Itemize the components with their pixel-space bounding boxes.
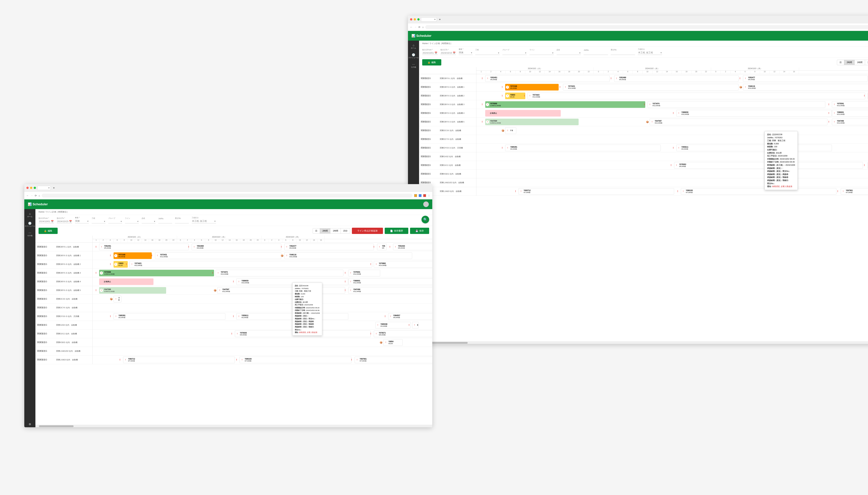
zoom-1h[interactable]: 1時間	[855, 60, 865, 65]
gantt-task[interactable]: !Y0755910/12,000個	[348, 270, 380, 276]
horizontal-scrollbar[interactable]	[35, 425, 432, 427]
gantt-row-track[interactable]	[93, 347, 432, 356]
gantt-task[interactable]: 計画停止	[485, 110, 561, 117]
gantt-row-track[interactable]: !!Y08030/2,00!!Y0734230/12,000個!!Y070882…	[476, 91, 868, 100]
gantt-row-track[interactable]: !!Y0524510/5,000個!!Y0524690/9,000個!!Y052…	[93, 243, 432, 251]
home-icon[interactable]: ⌂	[38, 194, 40, 197]
product-select[interactable]: ▾	[142, 220, 156, 223]
minimize-window-icon[interactable]	[30, 187, 32, 189]
jobno-input[interactable]	[584, 51, 608, 55]
maximize-window-icon[interactable]	[34, 187, 36, 189]
breadcrumb-home[interactable]: Home	[38, 211, 44, 213]
orderno-input[interactable]	[611, 51, 635, 55]
zoom-15m[interactable]: 15分	[865, 60, 868, 65]
close-tab-icon[interactable]: ×	[48, 187, 50, 189]
gantt-task[interactable]: !Y0461160/15,000個	[743, 84, 868, 90]
gantt-row-track[interactable]	[93, 304, 432, 312]
breadcrumb-home[interactable]: Home	[422, 42, 428, 45]
gantt-task[interactable]: !Y0461160/15,000個	[284, 252, 412, 259]
date-from-input[interactable]: 2024/10/01📅	[422, 51, 438, 55]
gantt-row-track[interactable]: 計画停止!!Y0806590/10,000個!!Y0806910/12,000個	[476, 109, 868, 118]
horizontal-scrollbar[interactable]	[419, 341, 868, 344]
save-button[interactable]: 💾 保存	[410, 228, 429, 234]
close-window-icon[interactable]	[26, 187, 29, 189]
group-select[interactable]: ▾	[502, 51, 527, 55]
jobno-input[interactable]	[158, 220, 172, 223]
gantt-task[interactable]: !Y0556110/2,000個	[676, 145, 832, 151]
gantt-task[interactable]: !Y0845570/9,000個	[388, 313, 432, 320]
ext-icon-4[interactable]	[423, 194, 426, 197]
avatar[interactable]	[423, 202, 429, 207]
gantt-task[interactable]: !Y0734230/12,000個	[527, 92, 865, 99]
gantt-task[interactable]: !Y 0	[113, 296, 122, 302]
gantt-task[interactable]: !Y0853910/2,000個	[505, 145, 661, 151]
gantt-task[interactable]: !Y0475893,055/12,000個	[99, 287, 166, 294]
gantt-row-track[interactable]: !!Y0524510/5,000個!!Y0524690/9,000個!!Y052…	[476, 74, 868, 83]
gantt-task[interactable]: !Y0524510/5,000個	[99, 244, 189, 250]
gantt-task[interactable]: !Y0676610/7,500個	[355, 357, 432, 363]
gantt-task[interactable]: !Y0524690/9,000個	[192, 244, 281, 250]
gantt-task[interactable]: !Y08030/2,00	[505, 92, 525, 99]
gantt-row-track[interactable]: !!Y0853910/2,000個!!Y0556110/2,000個!!Y084…	[476, 143, 868, 152]
line-select[interactable]: ▾	[530, 51, 554, 55]
gantt-task[interactable]: !0	[412, 322, 419, 328]
zoom-15m[interactable]: 15分	[341, 228, 350, 234]
gantt-task[interactable]: !Y0853910/2,000個	[113, 313, 225, 320]
business-select[interactable]: 関東▾	[459, 51, 473, 55]
gantt-row-track[interactable]: !!Y0721680/8,000個!!Y0734310/12,000個!Y046…	[93, 251, 432, 260]
gantt-task[interactable]: !Y0861930/7,500個	[681, 188, 836, 195]
gantt-task[interactable]: !Y0524510/5,000個	[485, 75, 610, 82]
gantt-task[interactable]: !Y0524770/9,000個	[743, 75, 867, 82]
gantt-chart[interactable]: 関東製造G関東DBYX-L 社内 自動機関東製造G関東DBYX-S 社内 自動機…	[419, 67, 868, 341]
save-history-button[interactable]: 📄 保存履歴	[385, 228, 408, 234]
gantt-task[interactable]: !Y0837120/7,500個	[123, 357, 235, 363]
date-from-input[interactable]: 2024/10/01📅	[38, 220, 54, 223]
gantt-task[interactable]: !Y0700682,006/12,000個	[485, 101, 645, 108]
forward-icon[interactable]: →	[31, 194, 33, 197]
gantt-task[interactable]: !Y0806590/10,000個	[676, 110, 832, 117]
sidebar-item-schedule[interactable]: 🕒スケジュール	[24, 220, 35, 229]
zoom-day[interactable]: 日	[837, 60, 844, 65]
sidebar-item-other[interactable]: ⋯その他	[408, 61, 419, 70]
gantt-task[interactable]: !Y0474900/12,000個	[832, 119, 868, 125]
gantt-task[interactable]: !Y0806910/12,000個	[348, 278, 432, 285]
zoom-2h[interactable]: 2時間	[320, 228, 330, 234]
orderno-input[interactable]	[175, 220, 189, 223]
gantt-task[interactable]: !Y0734310/12,000個	[155, 252, 281, 259]
close-tab-icon[interactable]: ×	[435, 18, 436, 21]
close-window-icon[interactable]	[410, 18, 412, 20]
gantt-task[interactable]: !Y0782710/8,000個	[374, 330, 432, 337]
gantt-row-track[interactable]: !!Y08030/2,00!!Y0734230/12,000個!!Y070882…	[93, 260, 432, 269]
gantt-row-track[interactable]: 計画停止!!Y0806590/10,000個!!Y0806910/12,000個	[93, 277, 432, 286]
gantt-row-track[interactable]: !!Y0721680/8,000個!!Y0734310/12,000個!Y046…	[476, 83, 868, 91]
process-select[interactable]: ▾	[475, 51, 500, 55]
forward-icon[interactable]: →	[414, 26, 417, 29]
back-icon[interactable]: ←	[410, 26, 412, 29]
url-field[interactable]	[425, 25, 868, 29]
date-to-input[interactable]: 2024/10/15📅	[440, 51, 456, 55]
gantt-task[interactable]: !Y0721680/8,000個	[505, 84, 559, 90]
reload-icon[interactable]: ⟳	[35, 194, 37, 197]
gantt-row-track[interactable]: !!Y 0	[93, 295, 432, 304]
business-select[interactable]: 関東▾	[75, 219, 89, 223]
browser-tab[interactable]: ×	[37, 186, 51, 190]
gantt-row-track[interactable]: !!Y0475893,055/12,000個!Y0475970/12,000個!…	[93, 286, 432, 295]
gantt-row-track[interactable]: !Y08540/3,00	[476, 170, 868, 178]
gantt-task[interactable]: !Y0524770/9,000個	[284, 244, 374, 250]
gantt-task[interactable]: !Y08540/3,00	[383, 339, 402, 346]
sidebar-item-home[interactable]: ⌂ホーム	[408, 42, 419, 51]
gantt-row-track[interactable]: !Y0893380/4,000個!!0	[476, 152, 868, 161]
ext-icon-1[interactable]	[414, 194, 417, 197]
segment-select[interactable]: 本工程, 仮工程▾	[192, 219, 216, 223]
gantt-row-track[interactable]: !!Y0837120/7,500個!!Y0861930/7,500個!!Y067…	[476, 187, 868, 196]
edit-button[interactable]: 🔒編集	[422, 59, 441, 66]
gantt-task[interactable]: !Y0837120/7,500個	[518, 188, 674, 195]
gantt-row-track[interactable]: !!Y0782630/8,000個!!Y0782710/8,000個	[93, 329, 432, 338]
gantt-task[interactable]: !Y0734230/12,000個	[129, 261, 372, 268]
sidebar-item-other[interactable]: ⋯その他	[24, 230, 35, 238]
gantt-task[interactable]: !Y08030/2,00	[113, 261, 128, 268]
gantt-task[interactable]: !Y0734740/12,000個	[648, 101, 825, 108]
home-icon[interactable]: ⌂	[422, 26, 424, 29]
gantt-task[interactable]: !Y0676610/7,500個	[841, 188, 868, 195]
back-icon[interactable]: ←	[26, 194, 29, 197]
